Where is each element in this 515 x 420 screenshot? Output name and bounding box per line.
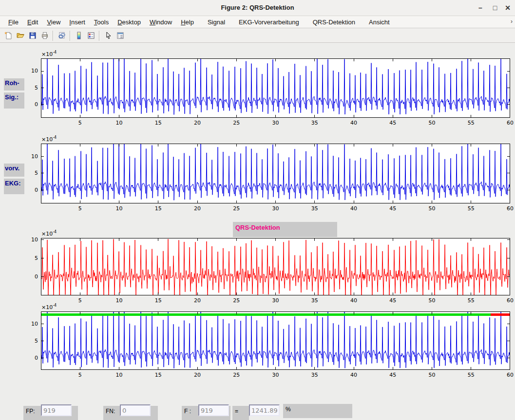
x-tick-label: 60: [503, 372, 515, 378]
qrs-detektion-title: QRS-Detektion: [233, 222, 337, 231]
open-file-icon[interactable]: [14, 30, 26, 42]
toolbar-separator: [53, 31, 54, 41]
edit-plot-icon[interactable]: [102, 30, 114, 42]
y-tick-label: 0: [25, 355, 38, 361]
save-figure-icon[interactable]: [26, 30, 38, 42]
maximize-button[interactable]: □: [489, 0, 501, 16]
x-tick-label: 15: [152, 205, 165, 212]
fn-field[interactable]: [120, 404, 151, 416]
link-plot-icon[interactable]: [56, 30, 68, 42]
menu-file[interactable]: File: [4, 18, 23, 26]
x-tick-label: 10: [113, 120, 126, 126]
menu-qrs-detektion[interactable]: QRS-Detektion: [308, 18, 360, 26]
y-axis-scale-label: ×10-4: [41, 135, 57, 143]
threshold-line-red: [491, 313, 510, 316]
detektion-ergebnis-svg: [41, 311, 510, 370]
menu-window[interactable]: Window: [145, 18, 176, 26]
x-tick-label: 20: [191, 372, 204, 378]
f-field[interactable]: [198, 404, 229, 416]
menu-bar: FileEditViewInsertToolsDesktopWindowHelp…: [0, 16, 515, 28]
x-tick-label: 35: [308, 205, 322, 212]
x-tick-label: 55: [464, 297, 478, 304]
f-label: F :: [184, 408, 191, 415]
x-tick-label: 25: [229, 205, 243, 212]
x-tick-label: 20: [191, 297, 204, 304]
x-tick-label: 40: [347, 120, 361, 126]
x-tick-label: 25: [229, 297, 243, 304]
x-tick-label: 40: [347, 297, 361, 304]
roh-signal-svg: [41, 58, 510, 118]
y-tick-label: 5: [25, 85, 38, 91]
x-tick-label: 30: [269, 372, 283, 378]
y-tick-label: 5: [25, 170, 38, 176]
new-figure-icon[interactable]: [2, 30, 14, 42]
x-tick-label: 55: [464, 120, 478, 126]
x-tick-label: 45: [386, 372, 400, 378]
menu-view[interactable]: View: [42, 18, 65, 26]
menu-desktop[interactable]: Desktop: [113, 18, 145, 26]
menu-edit[interactable]: Edit: [23, 18, 42, 26]
y-tick-label: 0: [25, 187, 38, 193]
x-tick-label: 55: [464, 372, 478, 378]
x-tick-label: 45: [386, 297, 400, 304]
y-tick-label: 10: [25, 321, 38, 327]
toolbar-separator: [99, 31, 100, 41]
title-bar: Figure 2: QRS-Detektion – □ ✕: [0, 0, 515, 16]
x-tick-label: 5: [73, 372, 87, 378]
ratio-field[interactable]: [249, 404, 280, 416]
x-tick-label: 5: [73, 297, 87, 304]
x-tick-label: 50: [425, 120, 439, 126]
insert-colorbar-icon[interactable]: [73, 30, 85, 42]
x-tick-label: 30: [269, 120, 283, 126]
y-tick-label: 10: [25, 153, 38, 160]
menu-tools[interactable]: Tools: [90, 18, 113, 26]
label-sig: Sig.:: [4, 92, 24, 109]
fp-label: FP:: [26, 408, 35, 415]
fp-field[interactable]: [41, 404, 72, 416]
qrs-detektion-filter-svg: [41, 238, 510, 295]
x-tick-label: 20: [191, 120, 204, 126]
x-tick-label: 40: [347, 205, 361, 212]
label-ekg: EKG:: [4, 179, 24, 194]
equals-label: =: [235, 408, 238, 415]
x-tick-label: 10: [113, 205, 126, 212]
edit-colormap-icon[interactable]: [85, 30, 97, 42]
plot-qrs-detektion-filter: [41, 238, 510, 295]
x-tick-label: 50: [425, 372, 439, 378]
x-tick-label: 25: [229, 372, 243, 378]
y-tick-label: 10: [25, 237, 38, 243]
menu-ansicht[interactable]: Ansicht: [364, 18, 394, 26]
percent-panel: %: [283, 404, 352, 418]
x-tick-label: 15: [152, 120, 165, 126]
x-tick-label: 60: [503, 297, 515, 304]
x-tick-label: 15: [152, 297, 165, 304]
minimize-button[interactable]: –: [474, 0, 487, 16]
y-tick-label: 0: [25, 274, 38, 280]
x-tick-label: 20: [191, 205, 204, 212]
menu-overflow-icon[interactable]: ›: [511, 16, 513, 28]
x-tick-label: 45: [386, 120, 400, 126]
qrs-detektion-title-box: QRS-Detektion: [233, 222, 337, 237]
x-tick-label: 30: [269, 205, 283, 212]
x-tick-label: 50: [425, 205, 439, 212]
vorverarbeitetes-ekg-svg: [41, 144, 510, 203]
menu-ekg-vorverarbeitung[interactable]: EKG-Vorverarbeitung: [234, 18, 304, 26]
toolbar-separator: [70, 31, 71, 41]
x-tick-label: 5: [73, 205, 87, 212]
print-figure-icon[interactable]: [38, 30, 51, 42]
x-tick-label: 50: [425, 297, 439, 304]
x-tick-label: 55: [464, 205, 478, 212]
y-tick-label: 10: [25, 68, 38, 74]
label-roh: Roh-: [4, 78, 24, 91]
fn-label: FN:: [106, 408, 115, 415]
menu-help[interactable]: Help: [176, 18, 198, 26]
plot-detektion-ergebnis: [41, 311, 510, 370]
y-tick-label: 5: [25, 255, 38, 261]
menu-signal[interactable]: Signal: [203, 18, 229, 26]
toolbar: [0, 29, 515, 43]
property-editor-icon[interactable]: [114, 30, 126, 42]
y-tick-label: 0: [25, 101, 38, 108]
x-tick-label: 60: [503, 205, 515, 212]
close-button[interactable]: ✕: [501, 0, 514, 16]
menu-insert[interactable]: Insert: [65, 18, 90, 26]
